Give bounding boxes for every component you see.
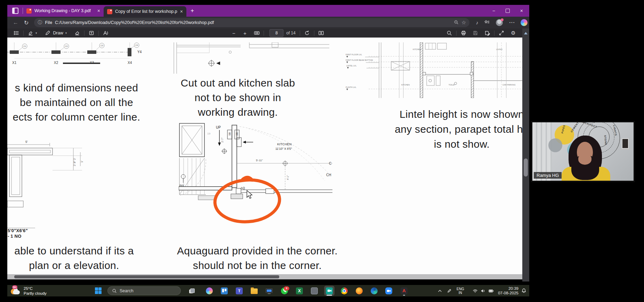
file-explorer-icon[interactable] xyxy=(249,286,259,296)
speaker-icon[interactable] xyxy=(481,285,486,296)
pdf-page: C1 C2 C3 C4 X1 X2 X3 X4 Y4 xyxy=(7,38,522,276)
svg-text:4'-1": 4'-1" xyxy=(287,175,289,180)
profile-avatar[interactable] xyxy=(496,19,503,26)
notification-bell-icon[interactable] xyxy=(521,285,526,296)
more-menu-icon[interactable]: ··· xyxy=(509,20,515,25)
draw-pen-icon[interactable] xyxy=(43,30,52,36)
refresh-icon[interactable]: ↻ xyxy=(24,19,29,26)
url-scheme: File xyxy=(45,20,52,25)
zoom-icon[interactable] xyxy=(384,286,394,296)
weather-badge: 9+ xyxy=(12,285,17,289)
wall-detail-drawing: 5' 2' 8" 2' 1' xyxy=(7,138,87,239)
svg-text:LIVING: LIVING xyxy=(496,48,502,50)
svg-text:KITCHEN: KITCHEN xyxy=(277,142,292,146)
vertical-scrollbar[interactable] xyxy=(522,38,529,281)
media-icon[interactable]: ♪ xyxy=(476,20,478,25)
webcam-tile[interactable]: PIPES CEMENT ARCHITECT LIGHTS STONE Ramy… xyxy=(531,121,635,182)
save-as-icon[interactable] xyxy=(483,30,491,36)
clock-widget[interactable]: 20:3907-08-2025 xyxy=(497,286,518,298)
display-icon[interactable] xyxy=(264,286,274,296)
eraser-icon[interactable] xyxy=(73,30,81,36)
edge-icon[interactable] xyxy=(369,286,379,296)
acrobat-icon[interactable]: A xyxy=(399,286,409,296)
draw-chevron-icon[interactable]: ▾ xyxy=(65,31,67,35)
svg-text:FIRST FLOOR LVL: FIRST FLOOR LVL xyxy=(346,54,362,56)
new-tab-button[interactable]: + xyxy=(191,7,194,14)
participant-neck xyxy=(578,154,591,165)
svg-text:CH: CH xyxy=(326,173,331,177)
restore-button[interactable] xyxy=(506,9,510,13)
tab-error-list[interactable]: Copy of Error list for workshop.pd × xyxy=(104,6,186,17)
tab-title: Copy of Error list for workshop.pd xyxy=(115,9,177,14)
taskbar: 9+ 25°CPartly cloudy Search T 3 X xyxy=(7,285,529,296)
svg-text:FIRST FLOOR BEAM BOTTOM: FIRST FLOOR BEAM BOTTOM xyxy=(346,59,373,61)
search-placeholder: Search xyxy=(120,288,134,293)
tray-date: 07-08-2025 xyxy=(497,291,518,295)
copilot-taskbar-icon[interactable] xyxy=(204,286,215,296)
chrome-icon[interactable] xyxy=(339,286,349,296)
taskbar-search[interactable]: Search xyxy=(107,286,181,295)
tray-chevron-icon[interactable] xyxy=(437,285,442,296)
note-left: s kind of dimensions needbe maintained o… xyxy=(7,81,153,124)
svg-text:5'-11": 5'-11" xyxy=(256,159,263,162)
search-document-icon[interactable] xyxy=(445,30,453,36)
task-view-icon[interactable] xyxy=(187,286,197,296)
teams-icon[interactable]: T xyxy=(234,286,244,296)
copilot-icon[interactable] xyxy=(521,19,528,26)
trello-icon[interactable] xyxy=(219,286,230,296)
shelf xyxy=(620,149,631,150)
minimize-button[interactable]: − xyxy=(492,8,495,14)
scrollbar-up-button[interactable] xyxy=(522,28,529,38)
page-number-input[interactable]: 8 xyxy=(269,29,283,37)
tab-actions-icon[interactable] xyxy=(12,8,18,14)
battery-icon[interactable] xyxy=(489,285,494,296)
zoom-in-icon[interactable]: + xyxy=(241,30,249,36)
read-aloud-icon[interactable] xyxy=(102,30,110,36)
svg-text:X3: X3 xyxy=(90,61,94,65)
webcam-video: PIPES CEMENT ARCHITECT LIGHTS STONE Ramy… xyxy=(532,122,634,181)
tab-close-icon[interactable]: × xyxy=(180,9,183,14)
weather-widget[interactable]: 9+ 25°CPartly cloudy xyxy=(9,285,47,296)
highlighter-icon[interactable] xyxy=(26,30,35,36)
toc-icon[interactable] xyxy=(12,30,21,36)
tab-close-icon[interactable]: × xyxy=(97,8,100,14)
pdf-settings-gear-icon[interactable]: ⚙ xyxy=(509,30,517,36)
meeting-app-icon[interactable] xyxy=(324,286,335,296)
svg-text:LINTEL LVL: LINTEL LVL xyxy=(346,65,356,67)
language-indicator[interactable]: ENGIN xyxy=(457,287,464,299)
excel-icon[interactable]: X xyxy=(294,286,305,296)
browser-titlebar: Working Drawing - DAY 3.pdf × Copy of Er… xyxy=(7,5,529,17)
zoom-page-icon[interactable] xyxy=(454,20,459,26)
draw-label[interactable]: Draw xyxy=(53,31,63,35)
zoom-out-icon[interactable]: − xyxy=(230,30,238,36)
favorite-star-icon[interactable]: ☆ xyxy=(461,19,466,26)
svg-text:11'10" X 8'5": 11'10" X 8'5" xyxy=(275,147,292,150)
column-grid-drawing: C1 C2 C3 C4 X1 X2 X3 X4 Y4 xyxy=(7,42,145,67)
add-text-icon[interactable] xyxy=(87,30,96,36)
tray-pen-icon[interactable] xyxy=(447,285,452,296)
url-field[interactable]: ⓘ File C:/Users/Ramya/Downloads/Copy%20o… xyxy=(34,18,469,27)
highlighter-chevron-icon[interactable]: ▾ xyxy=(35,31,37,35)
back-icon[interactable]: ← xyxy=(13,19,18,26)
fullscreen-icon[interactable] xyxy=(497,30,506,36)
horizontal-scrollbar[interactable] xyxy=(7,274,522,279)
svg-text:CAR PARKING: CAR PARKING xyxy=(502,84,516,86)
photo-frame xyxy=(622,138,629,149)
page-info-icon[interactable]: ⓘ xyxy=(38,19,42,26)
start-button[interactable] xyxy=(95,287,102,294)
whatsapp-icon[interactable]: 3 xyxy=(279,286,290,296)
firefox-icon[interactable] xyxy=(354,286,364,296)
favorites-bar-icon[interactable] xyxy=(484,19,490,26)
fit-width-icon[interactable] xyxy=(252,30,261,36)
svg-text:C3: C3 xyxy=(100,44,103,47)
tablet-app-icon[interactable] xyxy=(309,286,320,296)
note-bottom-left: able to understand if its aplan or a ele… xyxy=(7,244,151,273)
print-icon[interactable] xyxy=(459,30,468,36)
rotate-icon[interactable] xyxy=(303,30,311,36)
close-button[interactable]: × xyxy=(520,8,523,14)
horizontal-scrollbar-thumb[interactable] xyxy=(14,275,279,278)
vertical-scrollbar-thumb[interactable] xyxy=(524,158,528,177)
wifi-icon[interactable] xyxy=(473,285,478,296)
page-view-icon[interactable] xyxy=(317,30,325,36)
tab-working-drawing[interactable]: Working Drawing - DAY 3.pdf × xyxy=(23,5,104,17)
